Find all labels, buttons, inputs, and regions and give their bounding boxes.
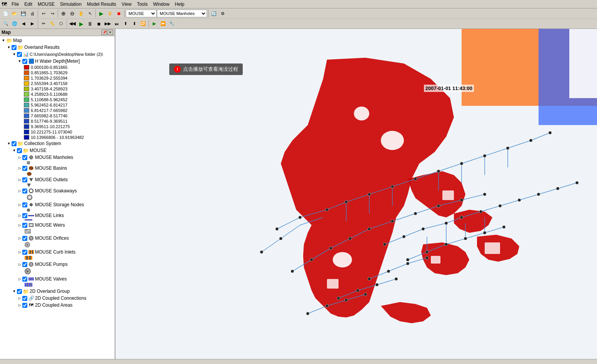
anim-pause-button[interactable]: ⏸ [86, 20, 94, 28]
tree-item-mouse-weirs[interactable]: ▷ MOUSE Weirs [1, 222, 114, 229]
pause-button[interactable]: ⏸ [106, 9, 114, 18]
menu-file[interactable]: File [9, 1, 21, 8]
play-button[interactable]: ▶ [97, 9, 105, 18]
panel-close-button[interactable]: ✕ [108, 30, 113, 35]
anim-down-button[interactable]: ⬇ [130, 20, 138, 28]
tree-item-coupled-areas[interactable]: ▷ 🗺 2D Coupled Areas [1, 302, 114, 309]
expand-map[interactable]: ▼ [1, 38, 6, 43]
tree-item-mouse-valves[interactable]: ▷ MOUSE Valves [1, 276, 114, 282]
zoom-out-button[interactable]: ⊖ [68, 9, 77, 18]
check-mouse-curb[interactable] [22, 250, 27, 255]
expand-weirs[interactable]: ▷ [17, 222, 22, 228]
anim-play-button[interactable]: ▶ [77, 20, 85, 28]
tree-item-filepath[interactable]: ▼ 📊 C:\Users\axing\Desktop\New folder (2… [1, 51, 114, 58]
tree-item-overland-results[interactable]: ▼ 📁 Overland Results [1, 44, 114, 51]
open-button[interactable]: 📂 [10, 9, 19, 18]
menu-window[interactable]: Window [151, 1, 172, 8]
check-hwaterdepth[interactable] [22, 59, 27, 64]
print-button[interactable]: 🖨 [28, 9, 37, 18]
tree-item-mouse-basins[interactable]: ▷ MOUSE Basins [1, 165, 114, 172]
menu-model-results[interactable]: Model Results [85, 1, 118, 8]
tree-item-overland-group[interactable]: ▼ 📁 2D Overland Group [1, 288, 114, 295]
expand-hwaterdepth[interactable]: ▼ [17, 58, 22, 64]
check-mouse-group[interactable] [17, 148, 22, 153]
check-mouse-valves[interactable] [22, 277, 27, 282]
line-button[interactable]: 📏 [48, 20, 57, 28]
expand-orifices[interactable]: ▷ [17, 235, 22, 241]
expand-pumps[interactable]: ▷ [17, 262, 22, 267]
menu-view[interactable]: View [119, 1, 134, 8]
expand-soakaways[interactable]: ▷ [17, 188, 22, 194]
tree-item-mouse-soakaways[interactable]: ▷ MOUSE Soakaways [1, 187, 114, 194]
anim-prev-button[interactable]: ◀◀ [68, 20, 77, 28]
check-mouse-basins[interactable] [22, 166, 27, 171]
redo-button[interactable]: ↪ [48, 9, 57, 18]
expand-links[interactable]: ▷ [17, 213, 22, 218]
tree-container[interactable]: ▼ 📁 Map ▼ 📁 Overland Results ▼ 📊 C:\User… [0, 36, 115, 359]
step-button[interactable]: ⏩ [159, 20, 167, 28]
draw-button[interactable]: ✏ [39, 20, 48, 28]
forward-button[interactable]: ▶ [28, 20, 37, 28]
play2-button[interactable]: ▶ [150, 20, 158, 28]
select-button[interactable]: ↖ [86, 9, 94, 18]
check-mouse-storage[interactable] [22, 202, 27, 207]
anim-up-button[interactable]: ⬆ [121, 20, 130, 28]
new-button[interactable]: 📄 [2, 9, 10, 18]
check-mouse-soakaways[interactable] [22, 189, 27, 194]
check-mouse-links[interactable] [22, 213, 27, 218]
back-button[interactable]: ◀ [19, 20, 28, 28]
zoom-in-button[interactable]: ⊕ [59, 9, 68, 18]
menu-mouse[interactable]: MOUSE [35, 1, 57, 8]
settings-button[interactable]: ⚙ [218, 9, 227, 18]
tree-item-mouse-storage[interactable]: ▷ MOUSE Storage Nodes [1, 201, 114, 208]
pan-button[interactable]: ✋ [77, 9, 85, 18]
anim-stop-button[interactable]: ■ [95, 20, 103, 28]
check-coupled-areas[interactable] [22, 303, 27, 308]
expand-outlets[interactable]: ▷ [17, 177, 22, 182]
expand-coupled-areas[interactable]: ▷ [17, 302, 22, 308]
expand-curb[interactable]: ▷ [17, 249, 22, 255]
menu-edit[interactable]: Edit [22, 1, 35, 8]
expand-overland-group[interactable]: ▼ [12, 289, 17, 294]
expand-manholes[interactable]: ▷ [17, 155, 22, 160]
tools2-button[interactable]: 🔧 [168, 20, 176, 28]
expand-coupled-conn[interactable]: ▷ [17, 296, 22, 301]
menu-help[interactable]: Help [173, 1, 187, 8]
check-overland-results[interactable] [12, 45, 17, 50]
check-mouse-orifices[interactable] [22, 236, 27, 241]
check-collection-system[interactable] [12, 141, 17, 146]
expand-mouse[interactable]: ▼ [12, 148, 17, 153]
globe-button[interactable]: 🌐 [10, 20, 19, 28]
expand-basins[interactable]: ▷ [17, 165, 22, 171]
tree-item-mouse-group[interactable]: ▼ 📁 MOUSE [1, 147, 114, 154]
anim-end-button[interactable]: ⏭ [112, 20, 121, 28]
expand-filepath[interactable]: ▼ [12, 52, 17, 57]
tree-item-mouse-outlets[interactable]: ▷ MOUSE Outlets [1, 176, 114, 183]
tree-item-mouse-curb[interactable]: ▷ MOUSE Curb Inlets [1, 249, 114, 255]
check-overland-group[interactable] [17, 289, 22, 294]
tree-item-collection-system[interactable]: ▼ 📁 Collection System [1, 140, 114, 147]
check-coupled-connections[interactable] [22, 296, 27, 301]
check-mouse-outlets[interactable] [22, 177, 27, 182]
anim-next-button[interactable]: ▶▶ [103, 20, 112, 28]
menu-tools[interactable]: Tools [135, 1, 150, 8]
polygon-button[interactable]: ⬡ [57, 20, 65, 28]
tree-item-mouse-manholes[interactable]: ▷ MOUSE Manholes [1, 154, 114, 161]
check-mouse-manholes[interactable] [22, 155, 27, 160]
save-button[interactable]: 💾 [19, 9, 28, 18]
tree-item-mouse-orifices[interactable]: ▷ MOUSE Orifices [1, 235, 114, 242]
layer-dropdown[interactable]: MOUSE [126, 10, 157, 17]
undo-button[interactable]: ↩ [39, 9, 48, 18]
sublayer-dropdown[interactable]: MOUSE Manholes [157, 10, 207, 17]
check-filepath[interactable] [17, 52, 22, 57]
tree-item-mouse-pumps[interactable]: ▷ MOUSE Pumps [1, 261, 114, 268]
zoom-extent-button[interactable]: 🔍 [2, 20, 10, 28]
expand-collection[interactable]: ▼ [6, 141, 12, 146]
tree-item-mouse-links[interactable]: ▷ MOUSE Links [1, 212, 114, 219]
check-mouse-pumps[interactable] [22, 262, 27, 267]
map-area[interactable]: ! 点击播放可查看淹没过程 2007-01-01 11:43:00 [115, 29, 597, 359]
anim-loop-button[interactable]: 🔁 [139, 20, 147, 28]
refresh-button[interactable]: 🔄 [210, 9, 218, 18]
panel-pin-button[interactable]: 📌 [102, 30, 107, 35]
tree-item-coupled-connections[interactable]: ▷ 🔗 2D Coupled Connections [1, 295, 114, 302]
